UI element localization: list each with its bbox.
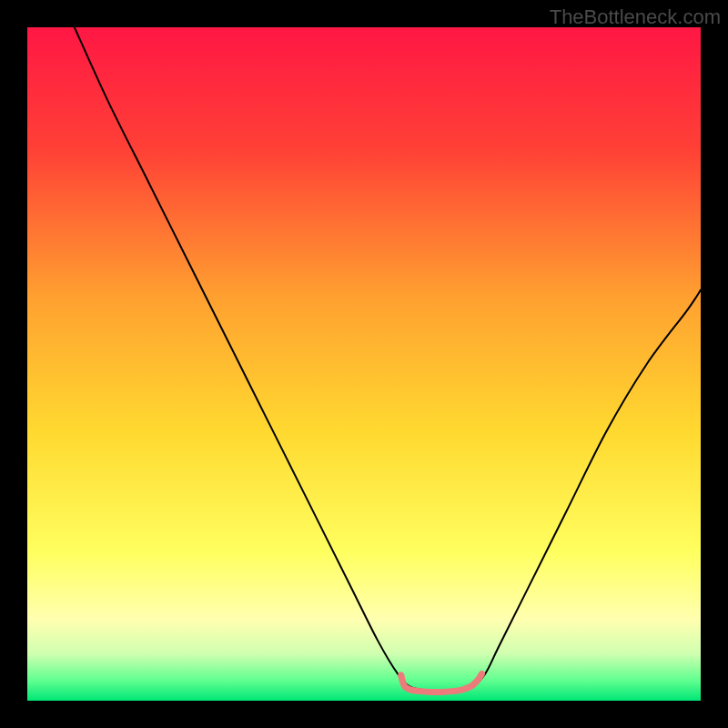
bottleneck-chart <box>0 0 728 728</box>
chart-background <box>27 27 701 701</box>
chart-container: TheBottleneck.com <box>0 0 728 728</box>
watermark-text: TheBottleneck.com <box>550 5 721 29</box>
